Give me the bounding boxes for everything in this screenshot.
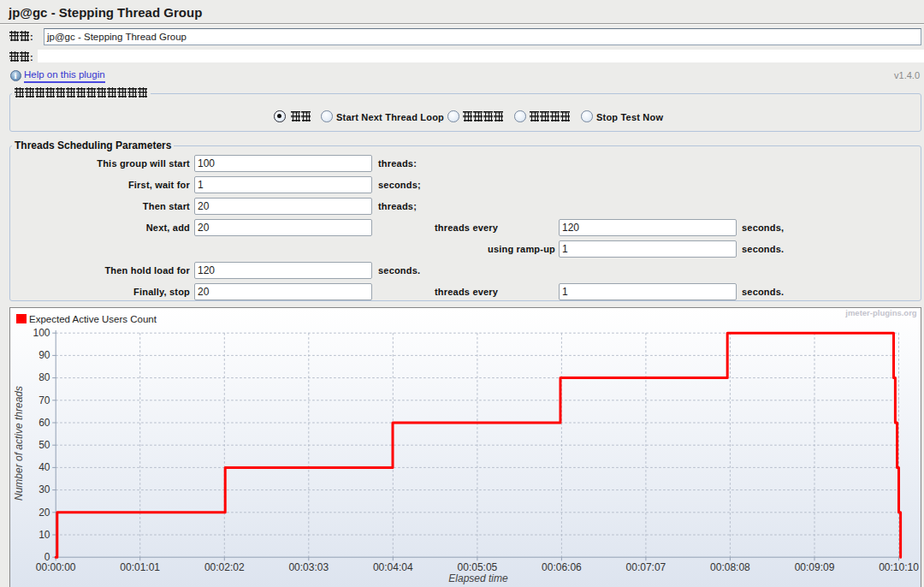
svg-text:jmeter-plugins.org: jmeter-plugins.org bbox=[844, 308, 917, 317]
svg-text:00:03:03: 00:03:03 bbox=[288, 561, 329, 573]
svg-text:Number of active threads: Number of active threads bbox=[13, 386, 25, 501]
svg-text:00:04:04: 00:04:04 bbox=[373, 561, 413, 573]
svg-text:00:09:09: 00:09:09 bbox=[795, 561, 835, 573]
svg-text:10: 10 bbox=[38, 529, 50, 541]
svg-text:Elapsed time: Elapsed time bbox=[448, 572, 508, 584]
svg-text:40: 40 bbox=[38, 461, 50, 473]
svg-text:30: 30 bbox=[38, 483, 50, 495]
svg-text:80: 80 bbox=[38, 371, 50, 383]
svg-text:70: 70 bbox=[38, 394, 50, 406]
svg-text:00:05:05: 00:05:05 bbox=[458, 561, 498, 573]
svg-text:100: 100 bbox=[33, 327, 50, 339]
svg-text:00:00:00: 00:00:00 bbox=[36, 561, 76, 573]
svg-text:50: 50 bbox=[38, 439, 50, 451]
svg-text:00:07:07: 00:07:07 bbox=[626, 561, 666, 573]
svg-text:00:02:02: 00:02:02 bbox=[204, 561, 245, 573]
svg-text:00:06:06: 00:06:06 bbox=[542, 561, 582, 573]
svg-text:Expected Active Users Count: Expected Active Users Count bbox=[29, 314, 157, 324]
svg-text:00:08:08: 00:08:08 bbox=[710, 561, 750, 573]
svg-text:90: 90 bbox=[38, 349, 50, 361]
svg-text:00:01:01: 00:01:01 bbox=[120, 561, 160, 573]
svg-text:60: 60 bbox=[38, 417, 50, 429]
svg-text:00:10:10: 00:10:10 bbox=[879, 561, 919, 573]
svg-text:20: 20 bbox=[38, 507, 50, 519]
